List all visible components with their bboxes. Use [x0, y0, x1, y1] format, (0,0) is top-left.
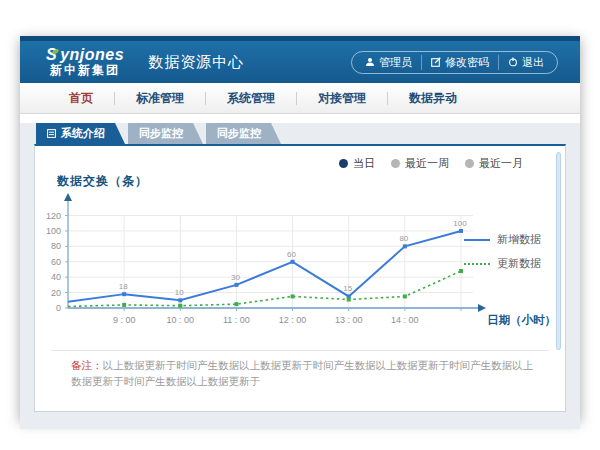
- svg-text:13 : 00: 13 : 00: [335, 315, 363, 325]
- svg-text:30: 30: [231, 273, 240, 282]
- main-nav: 首页 标准管理 系统管理 对接管理 数据异动: [20, 83, 580, 114]
- filter-today-label: 当日: [353, 156, 375, 171]
- note-divider: [51, 350, 549, 351]
- power-icon: [508, 57, 518, 67]
- legend-label: 新增数据: [497, 232, 541, 247]
- logout-label: 退出: [522, 55, 544, 70]
- svg-text:60: 60: [287, 250, 296, 259]
- green-dashed-line-icon: [464, 263, 490, 265]
- app-window: Synjones 新中新集团 数据资源中心 管理员 修改密码 退出: [20, 36, 580, 420]
- tab-system-intro[interactable]: 系统介绍: [36, 123, 125, 144]
- chart-panel: 当日 最近一周 最近一月 数据交换（条） 0204060801001209 : …: [34, 144, 566, 412]
- svg-text:9 : 00: 9 : 00: [113, 315, 136, 325]
- blue-line-icon: [464, 239, 490, 241]
- svg-text:120: 120: [46, 211, 61, 221]
- tab-sync-monitor-1[interactable]: 同步监控: [128, 123, 203, 144]
- svg-text:18: 18: [119, 282, 128, 291]
- change-password-button[interactable]: 修改密码: [421, 55, 498, 70]
- svg-text:0: 0: [56, 303, 61, 313]
- document-icon: [47, 128, 56, 140]
- filter-last-month[interactable]: 最近一月: [465, 156, 523, 171]
- svg-text:11 : 00: 11 : 00: [223, 315, 250, 325]
- edit-icon: [431, 57, 441, 67]
- user-menu-admin-label: 管理员: [379, 55, 412, 70]
- change-password-label: 修改密码: [445, 55, 489, 70]
- nav-item-home[interactable]: 首页: [48, 90, 114, 107]
- chart-legend: 新增数据 更新数据: [464, 232, 541, 280]
- content-area: 系统介绍 同步监控 同步监控 当日 最近一周: [20, 123, 580, 429]
- legend-label: 更新数据: [497, 256, 541, 271]
- filter-today[interactable]: 当日: [339, 156, 375, 171]
- legend-item-updated-data: 更新数据: [464, 256, 541, 271]
- footnote-text: 以上数据更新于时间产生数据以上数据更新于时间产生数据以上数据更新于时间产生数据以…: [71, 359, 533, 387]
- nav-item-standard-mgmt[interactable]: 标准管理: [115, 90, 205, 107]
- panel-scrollbar[interactable]: [556, 152, 561, 350]
- filter-last-week[interactable]: 最近一周: [391, 156, 449, 171]
- radio-selected-icon: [339, 159, 348, 168]
- tab-bar: 系统介绍 同步监控 同步监控: [36, 123, 580, 144]
- svg-text:60: 60: [51, 257, 61, 267]
- nav-item-system-mgmt[interactable]: 系统管理: [206, 90, 296, 107]
- footnote: 备注：以上数据更新于时间产生数据以上数据更新于时间产生数据以上数据更新于时间产生…: [71, 358, 541, 390]
- range-filter-group: 当日 最近一周 最近一月: [339, 156, 523, 171]
- legend-item-new-data: 新增数据: [464, 232, 541, 247]
- y-axis-title: 数据交换（条）: [57, 173, 148, 190]
- app-header: Synjones 新中新集团 数据资源中心 管理员 修改密码 退出: [20, 41, 580, 83]
- tab-label: 同步监控: [139, 126, 183, 141]
- svg-text:40: 40: [51, 272, 61, 282]
- logout-button[interactable]: 退出: [498, 55, 553, 70]
- tab-label: 同步监控: [217, 126, 261, 141]
- logo-subtext: 新中新集团: [46, 64, 124, 77]
- svg-text:日期（小时）: 日期（小时）: [487, 313, 556, 327]
- svg-text:80: 80: [51, 241, 61, 251]
- radio-icon: [465, 159, 474, 168]
- svg-text:100: 100: [453, 219, 467, 228]
- tab-label: 系统介绍: [61, 126, 105, 141]
- svg-text:15: 15: [343, 284, 352, 293]
- filter-last-month-label: 最近一月: [479, 156, 523, 171]
- company-logo: Synjones 新中新集团: [46, 47, 124, 76]
- svg-text:10 : 00: 10 : 00: [167, 315, 195, 325]
- nav-item-data-change[interactable]: 数据异动: [388, 90, 478, 107]
- svg-text:10: 10: [175, 288, 184, 297]
- svg-text:100: 100: [46, 226, 61, 236]
- footnote-label: 备注：: [71, 359, 103, 371]
- svg-text:80: 80: [399, 234, 408, 243]
- page-title: 数据资源中心: [148, 53, 244, 72]
- user-menu: 管理员 修改密码 退出: [351, 51, 558, 74]
- leaf-icon: [52, 49, 60, 56]
- user-menu-admin[interactable]: 管理员: [356, 55, 421, 70]
- user-icon: [365, 57, 375, 67]
- nav-item-interface-mgmt[interactable]: 对接管理: [297, 90, 387, 107]
- svg-text:20: 20: [51, 288, 61, 298]
- svg-text:12 : 00: 12 : 00: [279, 315, 307, 325]
- tab-sync-monitor-2[interactable]: 同步监控: [206, 123, 281, 144]
- logo-brand-text: Synjones: [46, 47, 124, 64]
- filter-last-week-label: 最近一周: [405, 156, 449, 171]
- svg-text:14 : 00: 14 : 00: [391, 315, 419, 325]
- radio-icon: [391, 159, 400, 168]
